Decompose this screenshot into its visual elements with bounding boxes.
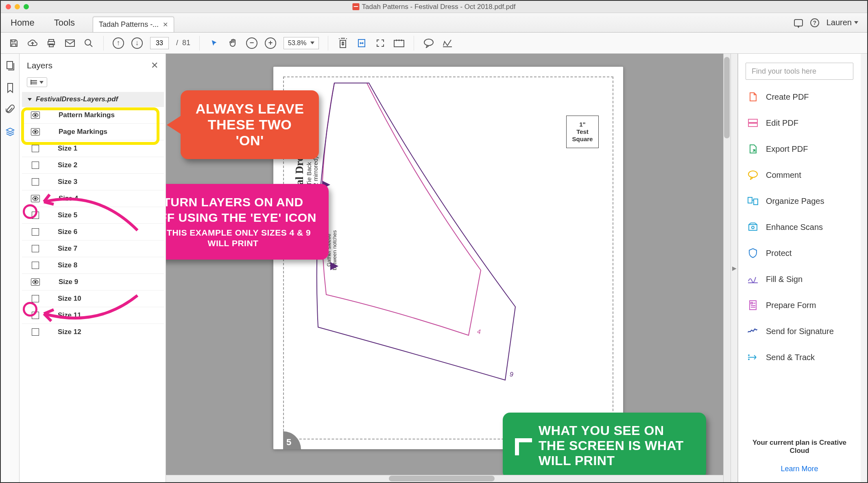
document-viewport[interactable]: 1" Test Square Festival Dress Bias Tie B… <box>166 54 731 482</box>
caret-down-icon <box>310 42 314 44</box>
visibility-empty-box[interactable] <box>32 178 39 186</box>
layer-file-row[interactable]: FestivalDress-Layers.pdf <box>22 92 164 107</box>
tools-panel-item[interactable]: Prepare Form <box>738 292 861 318</box>
search-icon[interactable] <box>83 37 94 49</box>
annotation-callout-pink: TURN LAYERS ON AND OFF USING THE 'EYE' I… <box>166 184 329 260</box>
tools-scrollbar[interactable] <box>861 54 867 482</box>
window-title: Tadah Patterns - Festival Dress - Oct 20… <box>362 3 516 11</box>
help-icon[interactable]: ? <box>810 18 819 27</box>
visibility-empty-box[interactable] <box>32 228 39 236</box>
learn-more-link[interactable]: Learn More <box>747 465 852 473</box>
layers-icon[interactable] <box>5 127 15 137</box>
hand-tool-icon[interactable] <box>227 37 239 49</box>
tools-panel-item[interactable]: Protect <box>738 240 861 266</box>
zoom-in-icon[interactable]: + <box>265 37 276 49</box>
fit-page-icon[interactable] <box>337 37 349 49</box>
visibility-empty-box[interactable] <box>32 262 39 269</box>
tools-panel-item[interactable]: Comment <box>738 162 861 188</box>
visibility-empty-box[interactable] <box>32 162 39 169</box>
visibility-eye-icon[interactable] <box>31 195 40 202</box>
visibility-eye-icon[interactable] <box>31 111 40 119</box>
layer-row[interactable]: Size 11 <box>22 307 164 323</box>
layer-row[interactable]: Size 6 <box>22 223 164 240</box>
menu-home[interactable]: Home <box>1 13 44 32</box>
tools-panel-item[interactable]: Enhance Scans <box>738 214 861 240</box>
cloud-upload-icon[interactable] <box>27 37 38 49</box>
document-tab[interactable]: Tadah Patterns -... ✕ <box>93 17 174 32</box>
layer-row[interactable]: Size 3 <box>22 173 164 190</box>
zoom-dropdown[interactable]: 53.8% <box>284 37 319 49</box>
collapse-tools-panel-button[interactable]: ▶ <box>731 54 738 482</box>
tool-item-icon <box>747 91 759 103</box>
visibility-eye-icon[interactable] <box>31 128 40 136</box>
layer-row[interactable]: Size 7 <box>22 240 164 257</box>
svg-point-14 <box>35 114 36 116</box>
visibility-empty-box[interactable] <box>32 245 39 252</box>
tools-panel-item[interactable]: Create PDF <box>738 84 861 110</box>
svg-text:9: 9 <box>509 370 514 378</box>
tool-item-label: Enhance Scans <box>766 223 823 232</box>
thumbnails-icon[interactable] <box>5 61 15 71</box>
layer-row[interactable]: Size 4 <box>22 190 164 207</box>
tool-item-label: Protect <box>766 249 792 258</box>
read-mode-icon[interactable] <box>393 37 405 49</box>
layers-options-button[interactable] <box>27 77 47 87</box>
layer-row[interactable]: Size 10 <box>22 290 164 307</box>
layer-row[interactable]: Size 5 <box>22 207 164 223</box>
tools-panel-item[interactable]: Fill & Sign <box>738 266 861 292</box>
scroll-thumb[interactable] <box>389 476 495 481</box>
tools-panel-item[interactable]: Send & Track <box>738 344 861 370</box>
print-icon[interactable] <box>46 37 57 49</box>
layer-row[interactable]: Pattern Markings <box>22 107 164 123</box>
bookmarks-icon[interactable] <box>5 83 15 93</box>
tools-search-input[interactable]: Find your tools here <box>746 63 853 80</box>
visibility-empty-box[interactable] <box>32 212 39 219</box>
close-panel-icon[interactable]: ✕ <box>151 60 158 71</box>
notifications-icon[interactable] <box>794 19 803 26</box>
scroll-thumb[interactable] <box>724 57 730 138</box>
visibility-empty-box[interactable] <box>32 295 39 302</box>
layer-row[interactable]: Page Markings <box>22 123 164 140</box>
tools-panel-item[interactable]: Organize Pages <box>738 188 861 214</box>
visibility-eye-icon[interactable] <box>31 278 40 286</box>
visibility-empty-box[interactable] <box>32 328 39 336</box>
page-up-icon[interactable]: ↑ <box>113 37 124 49</box>
svg-point-12 <box>31 82 31 83</box>
page-down-icon[interactable]: ↓ <box>131 37 143 49</box>
layer-label: Pattern Markings <box>59 111 115 119</box>
layer-row[interactable]: Size 1 <box>22 140 164 157</box>
window-zoom-button[interactable] <box>24 4 29 9</box>
sign-tool-icon[interactable] <box>442 37 453 49</box>
svg-rect-4 <box>65 40 74 46</box>
account-menu[interactable]: Lauren <box>827 18 858 27</box>
tools-panel-item[interactable]: Export PDF <box>738 136 861 162</box>
page-number-input[interactable] <box>150 37 169 49</box>
save-icon[interactable] <box>8 37 20 49</box>
menu-tools[interactable]: Tools <box>44 13 85 32</box>
visibility-empty-box[interactable] <box>32 145 39 152</box>
window-minimize-button[interactable] <box>15 4 20 9</box>
fit-width-icon[interactable] <box>356 37 367 49</box>
attachments-icon[interactable] <box>5 105 15 115</box>
zoom-out-icon[interactable]: − <box>246 37 257 49</box>
svg-point-30 <box>748 359 749 360</box>
layer-row[interactable]: Size 12 <box>22 323 164 340</box>
window-close-button[interactable] <box>6 4 11 9</box>
close-tab-icon[interactable]: ✕ <box>163 21 168 28</box>
select-tool-icon[interactable] <box>209 37 220 49</box>
vertical-scrollbar[interactable] <box>723 54 731 482</box>
svg-point-15 <box>35 131 36 133</box>
caret-down-icon <box>854 21 858 24</box>
svg-rect-21 <box>748 123 757 127</box>
layer-row[interactable]: Size 8 <box>22 257 164 273</box>
comment-tool-icon[interactable] <box>423 37 434 49</box>
tools-panel-item[interactable]: Edit PDF <box>738 110 861 136</box>
fit-visible-icon[interactable] <box>375 37 386 49</box>
mail-icon[interactable] <box>64 37 76 49</box>
layer-row[interactable]: Size 2 <box>22 157 164 173</box>
layer-label: Size 4 <box>59 195 78 203</box>
layer-row[interactable]: Size 9 <box>22 273 164 290</box>
horizontal-scrollbar[interactable] <box>166 475 723 482</box>
visibility-empty-box[interactable] <box>32 312 39 319</box>
tools-panel-item[interactable]: Send for Signature <box>738 318 861 344</box>
